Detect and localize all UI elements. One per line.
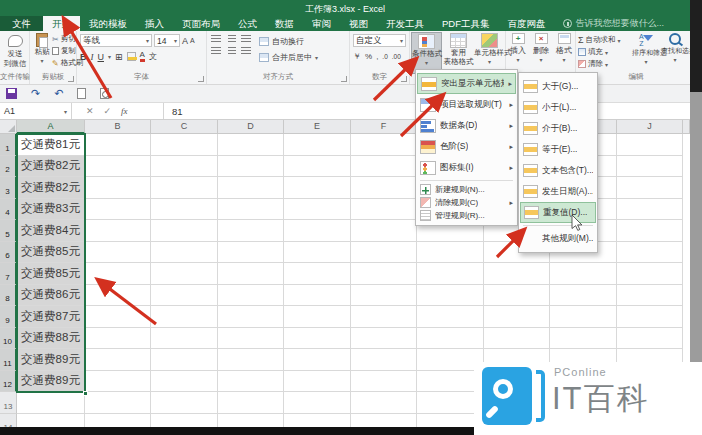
cell[interactable] xyxy=(218,392,284,414)
submenu-item-4[interactable]: 文本包含(T)... xyxy=(520,160,596,181)
cell[interactable] xyxy=(351,306,417,328)
tab-页面布局[interactable]: 页面布局 xyxy=(173,16,229,31)
clipboard-dialog-launcher-icon[interactable] xyxy=(68,76,74,82)
bold-button[interactable]: B xyxy=(80,52,87,62)
alignment-dialog-launcher-icon[interactable] xyxy=(341,76,347,82)
wrap-text-button[interactable]: 自动换行 xyxy=(259,36,304,47)
cell[interactable] xyxy=(85,156,151,178)
increase-font-size-button[interactable]: A xyxy=(182,36,188,46)
cell[interactable] xyxy=(284,328,351,350)
font-size-combo[interactable]: 14▾ xyxy=(154,34,180,47)
cell[interactable] xyxy=(484,306,550,328)
row-header-12[interactable]: 12 xyxy=(0,371,17,393)
cell[interactable] xyxy=(284,263,351,285)
delete-cells-button[interactable]: 删除 ▾ xyxy=(530,33,552,63)
tab-公式[interactable]: 公式 xyxy=(229,16,266,31)
cell[interactable] xyxy=(218,220,284,242)
font-color-button[interactable]: A xyxy=(140,51,145,62)
font-name-combo[interactable]: 等线▾ xyxy=(80,34,152,47)
cell[interactable] xyxy=(617,177,683,199)
print-preview-button[interactable] xyxy=(77,88,86,99)
cell[interactable] xyxy=(85,328,151,350)
cell[interactable] xyxy=(218,242,284,264)
cancel-icon[interactable]: ✕ xyxy=(86,106,94,116)
cell[interactable] xyxy=(284,285,351,307)
tell-me-box[interactable]: 告诉我您想要做什么... xyxy=(555,16,673,31)
cell[interactable] xyxy=(617,242,683,264)
cell[interactable] xyxy=(617,199,683,221)
cell[interactable] xyxy=(550,263,617,285)
menu-item-5[interactable]: 新建规则(N)... xyxy=(417,183,516,196)
cell[interactable] xyxy=(85,349,151,371)
cell[interactable] xyxy=(85,134,151,156)
cell[interactable] xyxy=(151,349,218,371)
cell[interactable] xyxy=(417,285,484,307)
cell-A2[interactable]: 交通费82元 xyxy=(17,156,85,178)
find-select-button[interactable]: 查找和选择 ▾ xyxy=(661,33,689,63)
submenu-item-0[interactable]: 大于(G)... xyxy=(520,76,596,97)
cell[interactable] xyxy=(351,349,417,371)
tab-数据[interactable]: 数据 xyxy=(266,16,303,31)
zoom-button[interactable] xyxy=(100,88,109,99)
cell[interactable] xyxy=(484,285,550,307)
insert-cells-button[interactable]: 插入 ▾ xyxy=(507,33,529,63)
column-header-J[interactable]: J xyxy=(617,120,683,134)
cell[interactable] xyxy=(351,134,417,156)
cell[interactable] xyxy=(550,328,617,350)
column-header-D[interactable]: D xyxy=(218,120,284,134)
cell[interactable] xyxy=(85,285,151,307)
cell[interactable] xyxy=(351,242,417,264)
row-header-10[interactable]: 10 xyxy=(0,328,17,350)
merge-center-button[interactable]: 合并后居中 ▾ xyxy=(259,52,318,63)
cell[interactable] xyxy=(151,306,218,328)
cell-A6[interactable]: 交通费85元 xyxy=(17,242,85,264)
cell[interactable] xyxy=(85,177,151,199)
column-header-C[interactable]: C xyxy=(151,120,218,134)
cell[interactable] xyxy=(218,156,284,178)
cell[interactable] xyxy=(151,156,218,178)
row-header-1[interactable]: 1 xyxy=(0,134,17,156)
row-header-2[interactable]: 2 xyxy=(0,156,17,178)
cell[interactable] xyxy=(151,199,218,221)
select-all-corner[interactable] xyxy=(0,120,17,134)
format-cells-button[interactable]: 格式 ▾ xyxy=(553,33,575,63)
row-header-6[interactable]: 6 xyxy=(0,242,17,264)
row-header-3[interactable]: 3 xyxy=(0,177,17,199)
cell[interactable] xyxy=(351,328,417,350)
cell[interactable] xyxy=(617,285,683,307)
row-header-13[interactable]: 13 xyxy=(0,392,17,414)
cell[interactable] xyxy=(151,371,218,393)
menu-item-6[interactable]: 清除规则(C)▸ xyxy=(417,196,516,209)
cell[interactable] xyxy=(617,220,683,242)
tab-百度网盘[interactable]: 百度网盘 xyxy=(499,16,555,31)
number-dialog-launcher-icon[interactable] xyxy=(401,76,407,82)
redo-button[interactable]: ↷ xyxy=(31,88,40,99)
cell[interactable] xyxy=(284,392,351,414)
tab-视图[interactable]: 视图 xyxy=(340,16,377,31)
tab-审阅[interactable]: 审阅 xyxy=(303,16,340,31)
cell[interactable] xyxy=(218,199,284,221)
clear-button[interactable]: 清除 ▾ xyxy=(578,59,608,69)
cell[interactable] xyxy=(85,220,151,242)
enter-icon[interactable]: ✓ xyxy=(104,106,112,116)
cell[interactable] xyxy=(417,306,484,328)
cell[interactable] xyxy=(17,392,85,414)
row-header-4[interactable]: 4 xyxy=(0,199,17,221)
accounting-format-button[interactable]: ￥ xyxy=(353,51,361,62)
tab-file[interactable]: 文件 xyxy=(0,16,43,31)
align-right-button[interactable] xyxy=(241,47,251,55)
column-header-B[interactable]: B xyxy=(85,120,151,134)
percent-style-button[interactable]: % xyxy=(365,52,372,61)
cell[interactable] xyxy=(284,177,351,199)
cell-A11[interactable]: 交通费89元 xyxy=(17,349,85,371)
cell[interactable] xyxy=(351,220,417,242)
submenu-item-3[interactable]: 等于(E)... xyxy=(520,139,596,160)
cell-A9[interactable]: 交通费87元 xyxy=(17,306,85,328)
align-top-button[interactable] xyxy=(211,35,221,43)
cell[interactable] xyxy=(85,242,151,264)
submenu-item-6[interactable]: 重复值(D)... xyxy=(520,202,596,223)
phonetic-guide-button[interactable]: 文 xyxy=(149,51,157,62)
cell[interactable] xyxy=(151,177,218,199)
cell[interactable] xyxy=(218,134,284,156)
submenu-item-7[interactable]: 其他规则(M)... xyxy=(520,228,596,249)
